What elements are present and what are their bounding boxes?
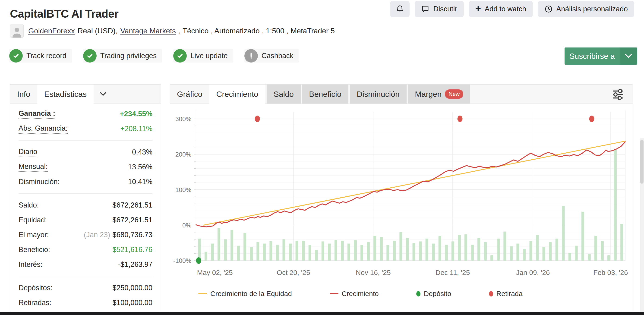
chart-tab-gráfico[interactable]: Gráfico <box>170 84 210 104</box>
stat-value: $672,261.51 <box>112 201 152 210</box>
check-icon <box>9 49 23 62</box>
deposit-bar <box>374 236 376 260</box>
deposit-bar <box>348 244 350 260</box>
divider <box>18 140 152 140</box>
deposit-bar <box>542 247 545 260</box>
y-axis-label: -100% <box>173 257 191 264</box>
author-link[interactable]: GoldenForexx <box>28 27 75 35</box>
deposit-bar <box>588 254 591 260</box>
tab-label: Disminución <box>357 90 400 99</box>
deposit-bar <box>556 238 558 260</box>
discuss-label: Discutir <box>433 5 457 13</box>
deposit-bar <box>452 241 454 260</box>
withdrawal-marker[interactable] <box>589 116 594 122</box>
stat-value: $521,616.76 <box>112 246 152 254</box>
deposit-marker[interactable] <box>196 257 201 264</box>
broker-link[interactable]: Vantage Markets <box>120 27 176 35</box>
x-axis-label: Nov 16, '25 <box>356 269 391 276</box>
deposit-bar <box>536 235 539 260</box>
chart-tab-saldo[interactable]: Saldo <box>267 84 301 104</box>
deposit-bar <box>341 241 344 260</box>
deposit-bar <box>568 253 571 260</box>
chart-tab-disminución[interactable]: Disminución <box>350 84 406 104</box>
tab-label: Beneficio <box>309 90 342 99</box>
stat-label: Mensual: <box>18 162 48 172</box>
badges-row: Track recordTrading privilegesLive updat… <box>9 49 299 62</box>
deposit-bar <box>497 238 500 260</box>
notifications-button[interactable] <box>390 1 410 17</box>
deposit-bar <box>614 150 617 260</box>
custom-analysis-button[interactable]: Análisis personalizado <box>538 1 634 17</box>
badge-live-update[interactable]: Live update <box>173 49 233 62</box>
badge-trading-privileges[interactable]: Trading privileges <box>83 49 162 62</box>
discuss-button[interactable]: Discutir <box>415 1 464 17</box>
stat-label: Disminución: <box>18 178 60 186</box>
stats-tabs-dropdown[interactable] <box>94 84 112 104</box>
deposit-bar <box>419 241 422 260</box>
deposit-bar <box>244 233 246 260</box>
chevron-down-icon <box>100 92 106 96</box>
stat-row-ganancia-: Ganancia :+234.55% <box>18 106 152 121</box>
deposit-bar <box>276 244 279 260</box>
deposit-bar <box>601 241 604 260</box>
deposit-bar <box>426 238 428 260</box>
stat-label: Equidad: <box>18 216 47 224</box>
stat-row-retiradas-: Retiradas:$100,000.00 <box>18 295 152 310</box>
comment-icon <box>421 5 430 13</box>
chart-tab-crecimiento[interactable]: Crecimiento <box>210 84 265 104</box>
deposit-bar <box>484 242 487 260</box>
x-axis-label: Dec 11, '25 <box>436 269 470 276</box>
deposit-bar <box>237 246 240 260</box>
scrollbar-thumb[interactable] <box>640 140 644 184</box>
badge-cashback[interactable]: Cashback <box>244 49 299 62</box>
stat-row-disminución-: Disminución:10.41% <box>18 174 152 189</box>
stat-label: Ganancia : <box>18 109 55 119</box>
deposit-bar <box>620 224 623 260</box>
deposit-bar <box>529 241 532 260</box>
badge-label: Trading privileges <box>100 52 157 60</box>
chart-filter-button[interactable] <box>611 88 625 101</box>
deposit-bar <box>490 255 493 260</box>
stat-value: $250,000.00 <box>112 284 152 292</box>
withdrawal-marker[interactable] <box>458 116 462 122</box>
tab-label: Gráfico <box>177 90 202 99</box>
avatar[interactable] <box>10 24 24 38</box>
chart-tab-margen[interactable]: MargenNew <box>408 84 470 104</box>
legend-item-depósito[interactable]: Depósito <box>416 290 451 298</box>
badge-track-record[interactable]: Track record <box>9 49 72 62</box>
add-to-watch-label: Add to watch <box>484 5 526 13</box>
deposit-bar <box>360 245 363 260</box>
legend-item-crecimiento-de-la-equidad[interactable]: Crecimiento de la Equidad <box>198 290 292 298</box>
stat-value: $100,000.00 <box>112 298 152 307</box>
subscribe-button[interactable]: Suscribirse a <box>564 48 637 64</box>
tab-info[interactable]: Info <box>10 84 37 104</box>
subscribe-dropdown[interactable] <box>620 48 637 64</box>
withdrawal-marker[interactable] <box>255 116 260 122</box>
deposit-bar <box>516 244 519 260</box>
deposit-bar <box>308 245 311 260</box>
profile-row: GoldenForexx Real (USD), Vantage Markets… <box>10 24 335 38</box>
divider <box>18 276 152 276</box>
chart-legend: Crecimiento de la EquidadCrecimientoDepó… <box>198 290 522 298</box>
account-info-prefix: Real (USD), <box>78 27 118 35</box>
page-title: CapitalBTC AI Trader <box>10 8 118 20</box>
chart-tab-beneficio[interactable]: Beneficio <box>302 84 348 104</box>
deposit-bar <box>322 241 324 260</box>
deposit-bar <box>458 235 461 260</box>
deposit-bar <box>328 244 331 260</box>
legend-item-retirada[interactable]: Retirada <box>489 290 522 298</box>
tab-estadísticas[interactable]: Estadísticas <box>37 84 94 104</box>
subscribe-label[interactable]: Suscribirse a <box>564 48 620 64</box>
stat-row-saldo-: Saldo:$672,261.51 <box>18 198 152 212</box>
add-to-watch-button[interactable]: + Add to watch <box>469 1 533 17</box>
legend-label: Retirada <box>496 290 522 298</box>
growth-chart[interactable]: 300%200%100%0%-100%May 02, '25Oct 20, '2… <box>170 104 632 284</box>
custom-analysis-label: Análisis personalizado <box>556 5 628 13</box>
page-scrollbar[interactable] <box>640 138 644 312</box>
legend-item-crecimiento[interactable]: Crecimiento <box>330 290 379 298</box>
stat-label: Saldo: <box>18 201 39 210</box>
chart-card: GráficoCrecimientoSaldoBeneficioDisminuc… <box>170 84 633 313</box>
deposit-bar <box>393 241 396 260</box>
deposit-bar <box>263 244 266 260</box>
stat-label: Interés: <box>18 260 42 269</box>
